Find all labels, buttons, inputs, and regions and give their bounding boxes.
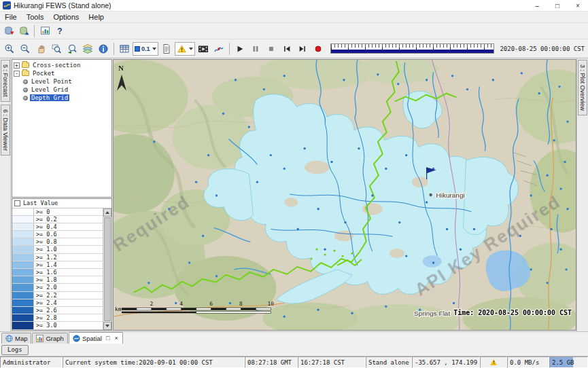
legend-swatch (12, 299, 34, 306)
legend-label: >= 2.0 (34, 284, 59, 291)
minimize-button[interactable]: – (527, 0, 547, 12)
maximize-button[interactable]: □ (547, 0, 568, 12)
legend-swatch (12, 216, 34, 223)
legend-swatch (12, 231, 34, 238)
export-data-button[interactable] (17, 24, 31, 38)
legend-scrollbar[interactable] (103, 208, 111, 331)
last-value-checkbox[interactable] (14, 200, 20, 206)
grid-display-button[interactable] (117, 41, 132, 56)
pause-button[interactable] (248, 41, 263, 56)
play-button[interactable] (232, 41, 247, 56)
help-button[interactable]: ? (53, 24, 67, 38)
menu-options[interactable]: Options (48, 12, 84, 22)
open-display-button[interactable] (38, 24, 52, 38)
export-animation-button[interactable] (196, 41, 211, 56)
title-bar[interactable]: Hikurangi FEWS (Stand alone) – □ × (0, 0, 588, 12)
legend-swatch (12, 269, 34, 276)
legend-label: >= 2.2 (34, 292, 59, 299)
scroll-up-icon[interactable] (103, 208, 111, 217)
zoom-out-icon (20, 43, 31, 54)
legend-swatch (12, 314, 34, 321)
pan-button[interactable] (33, 41, 48, 56)
area-label: Springs Flat (414, 310, 450, 317)
tree-item-label: Level Point (30, 78, 73, 85)
report-button[interactable] (159, 41, 174, 56)
status-alert-cell[interactable] (480, 356, 507, 368)
tree-item-level-point[interactable]: Level Point (23, 77, 111, 86)
close-button[interactable]: × (568, 0, 588, 12)
tree-item-pocket[interactable]: - Pocket (14, 69, 111, 77)
layers-button[interactable] (80, 41, 95, 56)
legend-row: >= 2.8 (12, 314, 103, 322)
tree-item-label: Level Grid (30, 86, 69, 93)
database-export-icon (19, 26, 29, 36)
legend-swatch (12, 261, 34, 268)
step-forward-button[interactable] (295, 41, 310, 56)
legend-swatch (12, 208, 34, 215)
interval-value: 0.1 (141, 45, 150, 52)
scale-tick: 6 (209, 301, 213, 307)
menu-file[interactable]: File (0, 12, 22, 22)
panel-maximize-button[interactable]: □ (105, 335, 110, 342)
spatial-icon (73, 335, 80, 342)
zoom-out-button[interactable] (18, 41, 33, 56)
profile-tool-button[interactable] (211, 41, 226, 56)
info-button[interactable] (96, 41, 111, 56)
menu-help[interactable]: Help (84, 12, 109, 22)
tab-plot-overview[interactable]: 3 : Plot Overview (578, 60, 587, 115)
legend-row: >= 0.8 (12, 238, 103, 246)
app-icon (3, 1, 11, 10)
panel-close-button[interactable]: × (114, 335, 118, 342)
data-tree[interactable]: + Cross-section - Pocket Level Point Lev… (12, 59, 112, 198)
expand-icon[interactable]: + (14, 62, 20, 69)
tree-item-cross-section[interactable]: + Cross-section (14, 61, 111, 69)
legend-panel: Last Value >= 0 >= 0.2 >= 0.4 >= 0.6 >= … (12, 198, 112, 331)
legend-rows: >= 0 >= 0.2 >= 0.4 >= 0.6 >= 0.8 >= 1.0 … (12, 208, 103, 331)
tab-data-viewer[interactable]: 6 : Data Viewer (1, 105, 10, 155)
import-data-button[interactable] (2, 24, 16, 38)
legend-header: Last Value (12, 199, 111, 208)
status-user: Administrator (0, 356, 63, 368)
zoom-previous-button[interactable] (65, 41, 80, 56)
legend-label: >= 0 (34, 208, 52, 215)
toolbar-separator (229, 43, 230, 55)
status-system-time: Current system time:2020-09-01 00:00 CST (63, 356, 245, 368)
status-bar: Administrator Current system time:2020-0… (0, 356, 588, 368)
folder-icon (22, 71, 29, 76)
menu-tools[interactable]: Tools (22, 12, 49, 22)
scroll-down-icon[interactable] (103, 322, 111, 330)
logs-button[interactable]: Logs (1, 345, 29, 355)
chart-display-icon (40, 26, 50, 36)
legend-label: >= 1.4 (34, 261, 59, 268)
tree-item-level-grid[interactable]: Level Grid (23, 86, 111, 94)
step-backward-icon (282, 44, 292, 54)
tab-label: Map (15, 335, 27, 342)
collapse-icon[interactable]: - (14, 71, 20, 77)
node-icon (23, 96, 28, 100)
tab-graph[interactable]: Graph (32, 333, 67, 344)
legend-label: >= 0.8 (34, 238, 59, 245)
step-backward-button[interactable] (279, 41, 294, 56)
interval-dropdown[interactable]: 0.1 (133, 42, 158, 56)
timeline-slider[interactable] (330, 43, 495, 54)
status-mode: Stand alone (366, 356, 412, 368)
scrollbar-thumb[interactable] (104, 217, 111, 322)
scale-tick: 10 (268, 301, 275, 307)
map-viewport[interactable]: API Key Required API Key Required Hikura… (113, 59, 576, 331)
tree-item-depth-grid[interactable]: Depth Grid (23, 94, 111, 102)
scale-tick: 8 (239, 301, 243, 307)
tab-forecast[interactable]: 5 : Forecast (1, 60, 10, 102)
legend-title: Last Value (23, 200, 58, 206)
record-icon (313, 44, 323, 54)
north-label: N (118, 64, 124, 72)
zoom-in-button[interactable] (2, 41, 17, 56)
record-button[interactable] (311, 41, 326, 56)
tab-spatial[interactable]: Spatial □ × (69, 332, 123, 344)
status-download-rate: 0.0 MB/s (507, 356, 549, 368)
toolbar-separator (34, 25, 35, 37)
zoom-extent-button[interactable] (49, 41, 64, 56)
tab-map[interactable]: Map (1, 333, 31, 344)
legend-swatch (12, 254, 34, 261)
stop-button[interactable] (264, 41, 279, 56)
warning-threshold-dropdown[interactable] (175, 42, 195, 56)
